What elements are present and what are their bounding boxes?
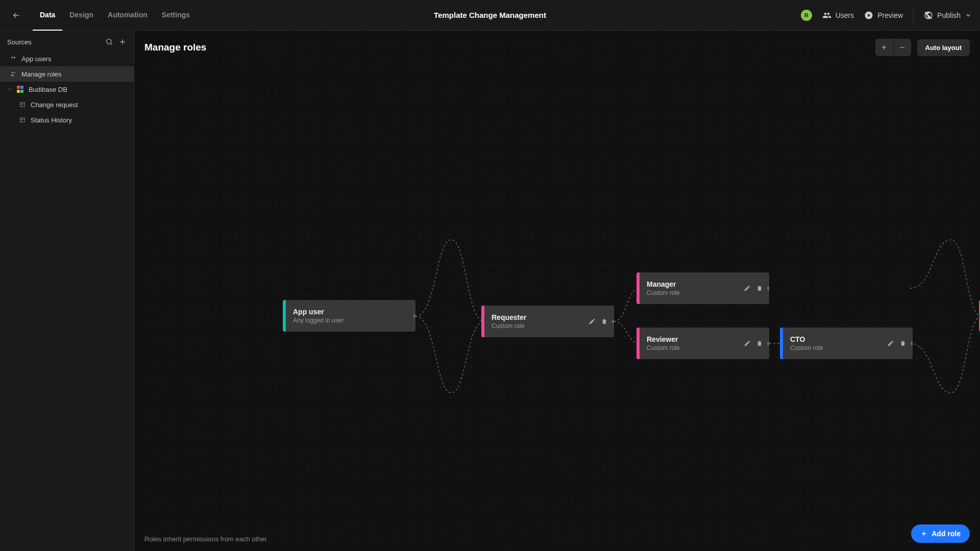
trash-icon[interactable] bbox=[899, 340, 906, 347]
node-handle-right[interactable] bbox=[413, 314, 415, 318]
budibase-icon bbox=[16, 85, 24, 93]
publish-button[interactable]: Publish bbox=[913, 7, 972, 23]
sidebar-item-label: App users bbox=[21, 55, 52, 63]
canvas-header: Manage roles Auto layout bbox=[144, 39, 970, 56]
node-actions bbox=[887, 328, 913, 359]
preview-button[interactable]: Preview bbox=[864, 11, 903, 20]
trash-icon[interactable] bbox=[756, 285, 763, 292]
role-node-app-user[interactable]: App user Any logged in user bbox=[283, 300, 415, 332]
auto-layout-button[interactable]: Auto layout bbox=[917, 39, 970, 56]
chevron-down-icon bbox=[965, 12, 972, 19]
sidebar-item-label: Status History bbox=[31, 116, 72, 124]
node-body: Manager Custom role bbox=[640, 272, 744, 304]
node-actions bbox=[589, 306, 614, 337]
sidebar-item-manage-roles[interactable]: Manage roles bbox=[0, 66, 134, 82]
sidebar-item-app-users[interactable]: App users bbox=[0, 51, 134, 66]
canvas-actions: Auto layout bbox=[875, 39, 970, 56]
minus-icon bbox=[899, 44, 906, 51]
users-button[interactable]: Users bbox=[822, 11, 854, 20]
search-icon[interactable] bbox=[105, 38, 113, 46]
role-node-requester[interactable]: Requester Custom role bbox=[481, 306, 614, 337]
role-node-manager[interactable]: Manager Custom role bbox=[636, 272, 769, 304]
zoom-out-button[interactable] bbox=[893, 39, 911, 56]
source-tree: App users Manage roles Budibase DB Chang… bbox=[0, 51, 134, 128]
topbar-left: Data Design Automation Settings bbox=[8, 0, 197, 31]
node-title: Requester bbox=[492, 313, 581, 321]
sidebar-item-label: Manage roles bbox=[21, 70, 62, 78]
svg-point-2 bbox=[12, 72, 14, 74]
node-title: Reviewer bbox=[647, 335, 737, 343]
chevron-down-icon bbox=[7, 87, 12, 92]
node-body: CTO Custom role bbox=[783, 328, 887, 359]
node-body: App user Any logged in user bbox=[286, 300, 415, 332]
sidebar-item-label: Budibase DB bbox=[29, 86, 67, 93]
globe-off-icon bbox=[924, 11, 933, 20]
roles-icon bbox=[9, 70, 17, 78]
sidebar-item-change-request[interactable]: Change request bbox=[0, 97, 134, 112]
role-node-reviewer[interactable]: Reviewer Custom role bbox=[636, 328, 769, 359]
node-subtitle: Custom role bbox=[492, 322, 581, 330]
tab-design[interactable]: Design bbox=[62, 0, 101, 31]
back-button[interactable] bbox=[8, 7, 24, 23]
users-label: Users bbox=[836, 11, 854, 19]
role-node-cto[interactable]: CTO Custom role bbox=[780, 328, 913, 359]
canvas[interactable]: Manage roles Auto layout App user Any lo… bbox=[134, 31, 980, 551]
node-subtitle: Custom role bbox=[647, 344, 737, 352]
sidebar-item-budibase-db[interactable]: Budibase DB bbox=[0, 82, 134, 97]
node-subtitle: Custom role bbox=[790, 344, 880, 352]
svg-point-3 bbox=[14, 72, 15, 73]
node-handle-right[interactable] bbox=[767, 286, 769, 290]
arrow-left-icon bbox=[12, 11, 21, 20]
sidebar-header: Sources bbox=[0, 38, 134, 51]
plus-icon[interactable] bbox=[118, 38, 127, 46]
node-subtitle: Any logged in user bbox=[293, 317, 408, 324]
node-handle-right[interactable] bbox=[767, 341, 769, 345]
sidebar-title: Sources bbox=[7, 38, 32, 46]
canvas-background bbox=[134, 31, 980, 551]
sidebar-actions bbox=[105, 38, 127, 46]
zoom-in-button[interactable] bbox=[875, 39, 893, 56]
sidebar-item-status-history[interactable]: Status History bbox=[0, 112, 134, 128]
node-title: Manager bbox=[647, 280, 737, 288]
svg-point-1 bbox=[107, 39, 111, 44]
plus-icon bbox=[880, 44, 888, 51]
node-body: Requester Custom role bbox=[484, 306, 589, 337]
topbar-right: R Users Preview Publish bbox=[801, 7, 972, 23]
sidebar: Sources App users Manage roles Budibase … bbox=[0, 31, 134, 551]
node-handle-right[interactable] bbox=[911, 341, 913, 345]
tab-automation[interactable]: Automation bbox=[101, 0, 155, 31]
topbar: Data Design Automation Settings Template… bbox=[0, 0, 980, 31]
svg-rect-4 bbox=[20, 103, 24, 107]
sidebar-item-label: Change request bbox=[31, 101, 78, 109]
play-circle-icon bbox=[864, 11, 873, 20]
zoom-group bbox=[875, 39, 911, 56]
trash-icon[interactable] bbox=[601, 318, 608, 325]
avatar[interactable]: R bbox=[801, 10, 812, 21]
node-actions bbox=[744, 328, 769, 359]
app-title: Template Change Management bbox=[434, 11, 546, 19]
pencil-icon[interactable] bbox=[589, 318, 596, 325]
svg-rect-5 bbox=[20, 118, 24, 122]
pencil-icon[interactable] bbox=[744, 285, 751, 292]
main: Sources App users Manage roles Budibase … bbox=[0, 31, 980, 551]
trash-icon[interactable] bbox=[756, 340, 763, 347]
tab-data[interactable]: Data bbox=[33, 0, 62, 31]
node-title: CTO bbox=[790, 335, 880, 343]
pencil-icon[interactable] bbox=[744, 340, 751, 347]
table-icon bbox=[18, 116, 27, 124]
node-body: Reviewer Custom role bbox=[640, 328, 744, 359]
nav-tabs: Data Design Automation Settings bbox=[33, 0, 197, 31]
add-role-button[interactable]: Add role bbox=[911, 524, 970, 543]
page-title: Manage roles bbox=[144, 42, 206, 53]
users-small-icon bbox=[9, 55, 17, 63]
node-subtitle: Custom role bbox=[647, 289, 737, 296]
node-handle-right[interactable] bbox=[612, 319, 614, 323]
add-role-label: Add role bbox=[932, 530, 961, 538]
plus-icon bbox=[920, 530, 927, 537]
node-actions bbox=[744, 272, 769, 304]
table-icon bbox=[18, 101, 27, 109]
node-title: App user bbox=[293, 308, 408, 316]
tab-settings[interactable]: Settings bbox=[155, 0, 197, 31]
footer-hint: Roles inherit permissions from each othe… bbox=[144, 535, 267, 543]
pencil-icon[interactable] bbox=[887, 340, 894, 347]
